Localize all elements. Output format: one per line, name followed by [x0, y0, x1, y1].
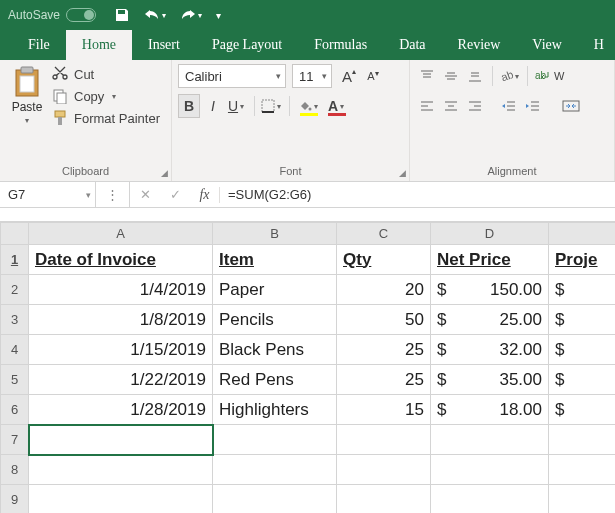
- cell[interactable]: [337, 455, 431, 485]
- row-header[interactable]: 7: [1, 425, 29, 455]
- undo-icon[interactable]: ▾: [144, 8, 166, 22]
- insert-function-button[interactable]: fx: [190, 187, 220, 203]
- cell[interactable]: Paper: [213, 275, 337, 305]
- increase-font-button[interactable]: A▴: [338, 64, 360, 88]
- cell[interactable]: $: [549, 305, 616, 335]
- cell[interactable]: $35.00: [431, 365, 549, 395]
- cell[interactable]: [431, 485, 549, 514]
- select-all-button[interactable]: [1, 223, 29, 245]
- cell[interactable]: Item: [213, 245, 337, 275]
- cell[interactable]: 25: [337, 335, 431, 365]
- wrap-text-button[interactable]: abW: [534, 64, 564, 88]
- decrease-font-button[interactable]: A▾: [362, 64, 384, 88]
- cell[interactable]: 1/15/2019: [29, 335, 213, 365]
- cell[interactable]: $: [549, 335, 616, 365]
- row-header[interactable]: 2: [1, 275, 29, 305]
- cell[interactable]: [213, 485, 337, 514]
- cell[interactable]: [29, 485, 213, 514]
- row-header[interactable]: 9: [1, 485, 29, 514]
- cell[interactable]: $25.00: [431, 305, 549, 335]
- align-top-button[interactable]: [416, 64, 438, 88]
- worksheet[interactable]: A B C D 1 Date of Invoice Item Qty Net P…: [0, 222, 615, 513]
- function-dropdown[interactable]: ⋮: [96, 182, 130, 207]
- align-bottom-button[interactable]: [464, 64, 486, 88]
- tab-help[interactable]: H: [578, 30, 608, 60]
- cell[interactable]: 1/28/2019: [29, 395, 213, 425]
- cell[interactable]: Pencils: [213, 305, 337, 335]
- italic-button[interactable]: I: [202, 94, 224, 118]
- cell[interactable]: [213, 425, 337, 455]
- borders-button[interactable]: ▾: [261, 94, 283, 118]
- copy-button[interactable]: Copy▾: [52, 88, 160, 104]
- cell[interactable]: 20: [337, 275, 431, 305]
- row-header[interactable]: 1: [1, 245, 29, 275]
- underline-button[interactable]: U▾: [226, 94, 248, 118]
- cell[interactable]: 1/22/2019: [29, 365, 213, 395]
- align-right-button[interactable]: [464, 94, 486, 118]
- col-header-E[interactable]: [549, 223, 616, 245]
- tab-file[interactable]: File: [12, 30, 66, 60]
- cell[interactable]: $32.00: [431, 335, 549, 365]
- cut-button[interactable]: Cut: [52, 66, 160, 82]
- formula-input[interactable]: =SUM(G2:G6): [220, 187, 615, 202]
- cell[interactable]: Proje: [549, 245, 616, 275]
- cell[interactable]: [337, 485, 431, 514]
- save-icon[interactable]: [114, 7, 130, 23]
- tab-view[interactable]: View: [516, 30, 577, 60]
- bold-button[interactable]: B: [178, 94, 200, 118]
- cell[interactable]: 25: [337, 365, 431, 395]
- name-box[interactable]: G7 ▾: [0, 182, 96, 207]
- cell[interactable]: Red Pens: [213, 365, 337, 395]
- cell[interactable]: $: [549, 275, 616, 305]
- redo-icon[interactable]: ▾: [180, 8, 202, 22]
- cell[interactable]: [549, 425, 616, 455]
- align-middle-button[interactable]: [440, 64, 462, 88]
- align-center-button[interactable]: [440, 94, 462, 118]
- cell[interactable]: 50: [337, 305, 431, 335]
- enter-button[interactable]: ✓: [160, 187, 190, 202]
- cell[interactable]: [549, 485, 616, 514]
- cell[interactable]: [549, 455, 616, 485]
- cell[interactable]: 1/8/2019: [29, 305, 213, 335]
- col-header-D[interactable]: D: [431, 223, 549, 245]
- cell[interactable]: $150.00: [431, 275, 549, 305]
- row-header[interactable]: 8: [1, 455, 29, 485]
- tab-review[interactable]: Review: [442, 30, 517, 60]
- orientation-button[interactable]: ab▾: [499, 64, 521, 88]
- cell[interactable]: $18.00: [431, 395, 549, 425]
- cell[interactable]: [337, 425, 431, 455]
- cell[interactable]: [29, 455, 213, 485]
- cell[interactable]: 15: [337, 395, 431, 425]
- cell[interactable]: [213, 455, 337, 485]
- cell[interactable]: Date of Invoice: [29, 245, 213, 275]
- tab-page-layout[interactable]: Page Layout: [196, 30, 298, 60]
- font-size-combo[interactable]: 11▾: [292, 64, 332, 88]
- cell[interactable]: Net Price: [431, 245, 549, 275]
- cancel-button[interactable]: ✕: [130, 187, 160, 202]
- row-header[interactable]: 5: [1, 365, 29, 395]
- fill-color-button[interactable]: ▾: [296, 94, 322, 118]
- tab-home[interactable]: Home: [66, 30, 132, 60]
- tab-insert[interactable]: Insert: [132, 30, 196, 60]
- cell[interactable]: [29, 425, 213, 455]
- cell[interactable]: [431, 425, 549, 455]
- format-painter-button[interactable]: Format Painter: [52, 110, 160, 126]
- cell[interactable]: Qty: [337, 245, 431, 275]
- cell[interactable]: [431, 455, 549, 485]
- qat-customize-icon[interactable]: ▾: [216, 10, 221, 21]
- autosave-toggle[interactable]: AutoSave: [8, 8, 96, 22]
- font-color-button[interactable]: A▾: [324, 94, 350, 118]
- cell[interactable]: $: [549, 365, 616, 395]
- tab-data[interactable]: Data: [383, 30, 441, 60]
- row-header[interactable]: 3: [1, 305, 29, 335]
- decrease-indent-button[interactable]: [498, 94, 520, 118]
- cell[interactable]: Highlighters: [213, 395, 337, 425]
- col-header-B[interactable]: B: [213, 223, 337, 245]
- row-header[interactable]: 6: [1, 395, 29, 425]
- cell[interactable]: $: [549, 395, 616, 425]
- merge-center-button[interactable]: [556, 94, 586, 118]
- font-name-combo[interactable]: Calibri▾: [178, 64, 286, 88]
- paste-button[interactable]: Paste ▾: [6, 64, 48, 156]
- align-left-button[interactable]: [416, 94, 438, 118]
- col-header-A[interactable]: A: [29, 223, 213, 245]
